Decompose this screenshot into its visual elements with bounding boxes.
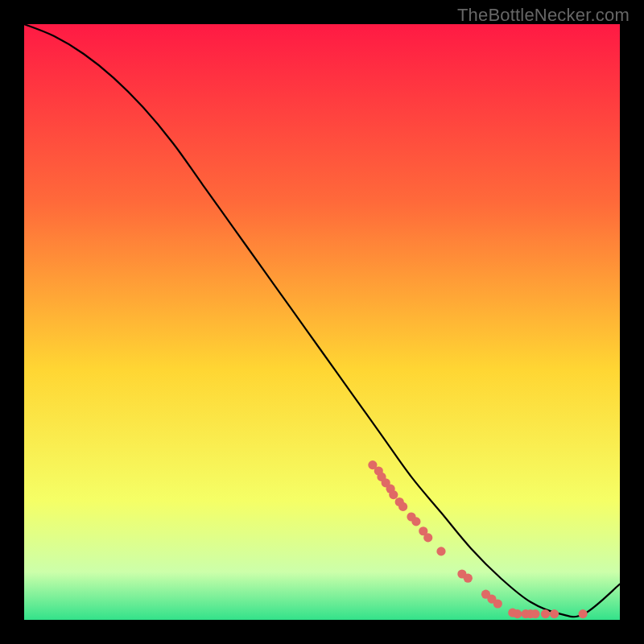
data-marker: [411, 517, 420, 526]
data-marker: [423, 533, 432, 542]
data-marker: [541, 609, 550, 618]
data-marker: [579, 609, 588, 618]
data-marker: [513, 609, 522, 618]
svg-rect-0: [24, 24, 620, 620]
chart-container: TheBottleNecker.com: [0, 0, 644, 644]
data-marker: [398, 502, 407, 511]
data-marker: [530, 609, 539, 618]
watermark-text: TheBottleNecker.com: [457, 5, 630, 26]
data-marker: [493, 599, 502, 608]
data-marker: [436, 547, 445, 555]
plot-svg: [24, 24, 620, 620]
plot-area: [24, 24, 620, 620]
data-marker: [550, 609, 559, 618]
data-marker: [464, 574, 473, 583]
data-marker: [389, 490, 398, 499]
